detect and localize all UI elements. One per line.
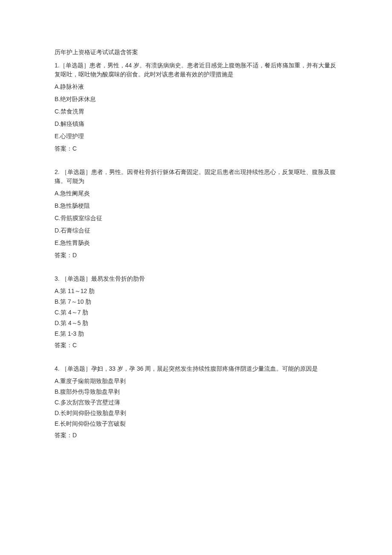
- question-3: 3. ［单选题］最易发生骨折的肋骨 A.第 11～12 肋 B.第 7～10 肋…: [55, 274, 337, 350]
- option-b: B.腹部外伤导致胎盘早剥: [55, 387, 337, 396]
- question-1: 1.［单选题］患者，男性，44 岁。有溃疡病病史。患者近日感觉上腹饱胀不适，餐后…: [55, 61, 337, 153]
- question-stem: 1.［单选题］患者，男性，44 岁。有溃疡病病史。患者近日感觉上腹饱胀不适，餐后…: [55, 61, 337, 79]
- question-stem: 2. ［单选题］患者，男性。因脊柱骨折行躯体石膏固定。固定后患者出现持续性恶心，…: [55, 168, 337, 186]
- option-c: C.禁食洗胃: [55, 107, 337, 116]
- option-a: A.急性阑尾炎: [55, 189, 337, 198]
- option-d: D.石膏综合征: [55, 226, 337, 235]
- option-e: E.急性胃肠炎: [55, 238, 337, 247]
- question-stem: 3. ［单选题］最易发生骨折的肋骨: [55, 274, 337, 283]
- option-c: C.多次刮宫致子宫壁过薄: [55, 398, 337, 407]
- answer: 答案：C: [55, 144, 337, 153]
- page-title: 历年护上资格证考试试题含答案: [55, 48, 337, 57]
- answer: 答案：D: [55, 431, 337, 440]
- option-a: A.重度子痫前期致胎盘早剥: [55, 377, 337, 386]
- option-e: E.第 1-3 肋: [55, 329, 337, 338]
- option-d: D.长时间仰卧位致胎盘早剥: [55, 409, 337, 418]
- option-c: C.骨筋膜室综合征: [55, 214, 337, 223]
- option-d: D.解痉镇痛: [55, 119, 337, 128]
- option-a: A.静脉补液: [55, 82, 337, 91]
- option-d: D.第 4～5 肋: [55, 319, 337, 328]
- question-2: 2. ［单选题］患者，男性。因脊柱骨折行躯体石膏固定。固定后患者出现持续性恶心，…: [55, 168, 337, 260]
- answer: 答案：D: [55, 251, 337, 260]
- option-b: B.急性肠梗阻: [55, 201, 337, 210]
- option-e: E.心理护理: [55, 132, 337, 141]
- option-e: E.长时间仰卧位致子宫破裂: [55, 419, 337, 428]
- answer: 答案：C: [55, 341, 337, 350]
- option-a: A.第 11～12 肋: [55, 287, 337, 296]
- question-4: 4. ［单选题］孕妇，33 岁，孕 36 周，晨起突然发生持续性腹部疼痛伴阴道少…: [55, 364, 337, 440]
- question-stem: 4. ［单选题］孕妇，33 岁，孕 36 周，晨起突然发生持续性腹部疼痛伴阴道少…: [55, 364, 337, 373]
- page-container: 历年护上资格证考试试题含答案 1.［单选题］患者，男性，44 岁。有溃疡病病史。…: [0, 0, 392, 555]
- option-b: B.绝对卧床休息: [55, 95, 337, 104]
- option-c: C.第 4～7 肋: [55, 308, 337, 317]
- option-b: B.第 7～10 肋: [55, 297, 337, 306]
